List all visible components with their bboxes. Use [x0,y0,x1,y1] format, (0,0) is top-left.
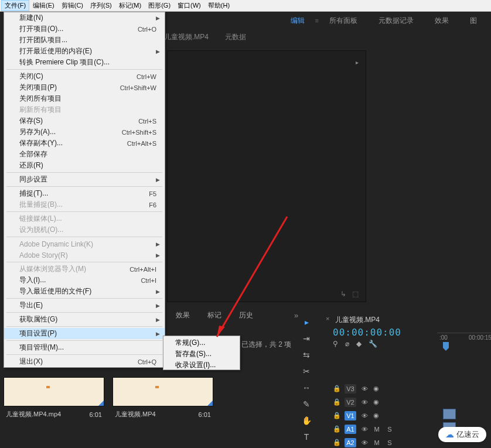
menu-item[interactable]: 关闭项目(P)Ctrl+Shift+W [4,82,165,93]
source-controls: ↳ ⬚ [340,290,359,298]
playhead-icon[interactable] [443,342,449,348]
settings-icon[interactable]: ⬚ [352,290,359,298]
timeline-close-icon[interactable]: × [326,315,329,322]
menubar-help[interactable]: 帮助(H) [204,0,233,11]
source-tab-clip[interactable]: 儿童视频.MP4 [164,32,209,42]
track-toggle[interactable]: A1 [345,425,356,434]
eye-icon[interactable]: ◉ [373,385,380,392]
submenu-arrow-icon: ▶ [156,177,160,183]
track-select-tool-icon[interactable]: ⇥ [301,334,312,346]
menu-item[interactable]: 从媒体浏览器导入(M)Ctrl+Alt+I [4,264,165,275]
submenu-arrow-icon: ▶ [156,317,160,323]
menubar-window[interactable]: 窗口(W) [174,0,204,11]
eye-icon[interactable]: 👁 [361,385,368,392]
menu-item[interactable]: 退出(X)Ctrl+Q [4,356,165,367]
menu-item[interactable]: 项目设置(P)▶ [4,328,165,339]
lock-icon[interactable]: 🔒 [333,439,340,446]
type-tool-icon[interactable]: T [301,432,312,444]
track-toggle[interactable]: V2 [345,398,356,407]
menu-item[interactable]: 全部保存 [4,149,165,160]
menu-item[interactable]: 项目管理(M)... [4,342,165,353]
hand-tool-icon[interactable]: ✋ [301,416,312,428]
timeline-clip[interactable] [443,409,456,419]
menu-item[interactable]: 导出(E)▶ [4,300,165,311]
menu-item[interactable]: 链接媒体(L)... [4,213,165,224]
track-toggle[interactable]: V3 [345,384,356,394]
menu-item[interactable]: 关闭所有项目 [4,93,165,104]
menu-item[interactable]: 保存(S)Ctrl+S [4,115,165,126]
solo-button[interactable]: S [386,426,394,433]
eye-icon[interactable]: 👁 [361,399,368,406]
panel-flyout-icon[interactable]: ▸ [356,59,359,66]
menu-item[interactable]: 刷新所有项目 [4,104,165,115]
source-tab-metadata[interactable]: 元数据 [225,32,246,42]
menu-item[interactable]: 获取属性(G)▶ [4,314,165,325]
menu-item[interactable]: 打开项目(O)...Ctrl+O [4,23,165,35]
workspace-tab-edit[interactable]: 编辑 [280,16,315,26]
snap-icon[interactable]: ⚲ [333,340,338,348]
menu-item[interactable]: Adobe Dynamic Link(K)▶ [4,238,165,249]
menubar-edit[interactable]: 编辑(E) [29,0,58,11]
workspace-tab-all-panels[interactable]: 所有面板 [319,16,368,26]
lock-icon[interactable]: 🔒 [333,412,340,419]
lock-icon[interactable]: 🔒 [333,398,340,406]
selection-tool-icon[interactable]: ▸ [301,317,312,329]
pen-tool-icon[interactable]: ✎ [301,399,312,411]
submenu-ingest-settings[interactable]: 收录设置(I)... [163,358,240,370]
eye-icon[interactable]: 👁 [361,412,368,419]
export-frame-icon[interactable]: ↳ [340,290,346,298]
eye-icon[interactable]: 👁 [361,426,368,433]
ripple-edit-tool-icon[interactable]: ⇆ [301,350,312,362]
slip-tool-icon[interactable]: ↔ [301,383,312,395]
menu-item[interactable]: 打开最近使用的内容(E)▶ [4,46,165,57]
menu-item[interactable]: Adobe Story(R)▶ [4,249,165,261]
lock-icon[interactable]: 🔒 [333,385,340,392]
bin-item[interactable]: 儿童视频.MP46:01 [112,377,213,422]
menubar-marker[interactable]: 标记(M) [115,0,145,11]
menu-item[interactable]: 同步设置▶ [4,174,165,185]
menu-item[interactable]: 保存副本(Y)...Ctrl+Alt+S [4,138,165,149]
workspace-tab-graphics[interactable]: 图 [459,16,487,26]
submenu-general[interactable]: 常规(G)... [163,336,240,347]
menu-item[interactable]: 导入(I)...Ctrl+I [4,275,165,286]
track-toggle[interactable]: V1 [345,411,356,420]
submenu-arrow-icon: ▶ [156,331,160,337]
menu-item[interactable]: 还原(R) [4,160,165,171]
solo-button[interactable]: S [386,439,394,446]
lower-tab-effects[interactable]: 效果 [176,310,190,320]
menu-item[interactable]: 关闭(C)Ctrl+W [4,71,165,82]
lock-icon[interactable]: 🔒 [333,425,340,433]
menu-item[interactable]: 捕捉(T)...F5 [4,188,165,199]
menubar-graphic[interactable]: 图形(G) [145,0,174,11]
menu-item[interactable]: 转换 Premiere Clip 项目(C)... [4,57,165,68]
menu-item[interactable]: 打开团队项目... [4,35,165,46]
menu-item[interactable]: 新建(N)▶ [4,12,165,23]
eye-icon[interactable]: ◉ [373,398,380,406]
menu-item[interactable]: 另存为(A)...Ctrl+Shift+S [4,126,165,138]
menu-item[interactable]: 设为脱机(O)... [4,224,165,235]
lower-tab-marker[interactable]: 标记 [207,310,221,320]
menubar-clip[interactable]: 剪辑(C) [58,0,87,11]
menu-item[interactable]: 批量捕捉(B)...F6 [4,199,165,210]
settings-wrench-icon[interactable]: 🔧 [369,340,377,348]
thumb-preview [112,377,213,406]
mute-button[interactable]: M [373,439,381,446]
linked-selection-icon[interactable]: ⌀ [345,340,349,348]
menubar-sequence[interactable]: 序列(S) [87,0,115,11]
workspace-tab-effects[interactable]: 效果 [424,16,459,26]
razor-tool-icon[interactable]: ✂ [301,367,312,378]
eye-icon[interactable]: ◉ [373,412,380,419]
menu-item[interactable]: 导入最近使用的文件(F)▶ [4,286,165,297]
mute-button[interactable]: M [373,426,381,433]
sequence-title[interactable]: 儿童视频.MP4 [335,315,380,325]
markers-icon[interactable]: ◆ [356,340,362,348]
eye-icon[interactable]: 👁 [361,439,368,446]
menubar-file[interactable]: 文件(F) [1,0,29,11]
lower-tab-history[interactable]: 历史 [239,310,253,320]
tabs-overflow-icon[interactable]: » [271,311,298,320]
submenu-scratch-disks[interactable]: 暂存盘(S)... [163,347,240,358]
bin-item[interactable]: 儿童视频.MP4.mp46:01 [4,377,104,422]
track-toggle[interactable]: A2 [345,438,356,447]
workspace-tab-metadata-record[interactable]: 元数据记录 [368,16,424,26]
playhead-timecode[interactable]: 00:00:00:00 [333,327,401,338]
